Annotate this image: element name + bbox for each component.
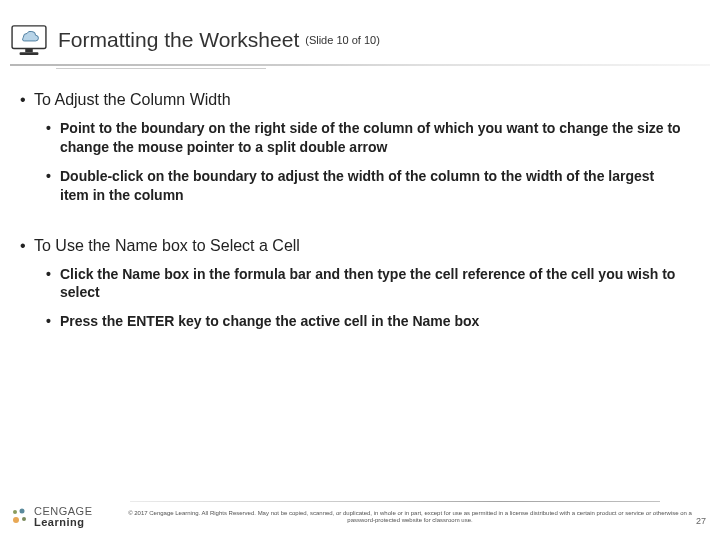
page-number: 27 [696,516,706,526]
slide-footer: CENGAGE Learning © 2017 Cengage Learning… [0,494,720,540]
cloud-monitor-icon [10,24,48,56]
title-divider [10,64,710,66]
title-divider-short [56,68,266,69]
bullet-item: Double-click on the boundary to adjust t… [60,167,700,205]
bullet-list: Point to the boundary on the right side … [20,119,700,205]
section-heading: To Use the Name box to Select a Cell [34,237,700,255]
svg-rect-2 [20,52,39,55]
section-heading: To Adjust the Column Width [34,91,700,109]
slide-counter: (Slide 10 of 10) [305,34,380,46]
bullet-item: Click the Name box in the formula bar an… [60,265,700,303]
svg-rect-1 [25,48,33,52]
slide-content: To Adjust the Column Width Point to the … [0,69,720,331]
slide-header: Formatting the Worksheet (Slide 10 of 10… [0,0,720,64]
bullet-list: Click the Name box in the formula bar an… [20,265,700,332]
cengage-logo-icon [10,507,30,527]
bullet-item: Point to the boundary on the right side … [60,119,700,157]
cengage-logo: CENGAGE Learning [10,502,110,532]
svg-point-5 [13,517,19,523]
svg-point-4 [20,509,25,514]
bullet-item: Press the ENTER key to change the active… [60,312,700,331]
footer-logo-text-bottom: Learning [34,517,93,528]
svg-point-3 [13,510,17,514]
slide-title: Formatting the Worksheet [58,28,299,52]
copyright-text: © 2017 Cengage Learning. All Rights Rese… [110,510,710,524]
svg-point-6 [22,517,26,521]
